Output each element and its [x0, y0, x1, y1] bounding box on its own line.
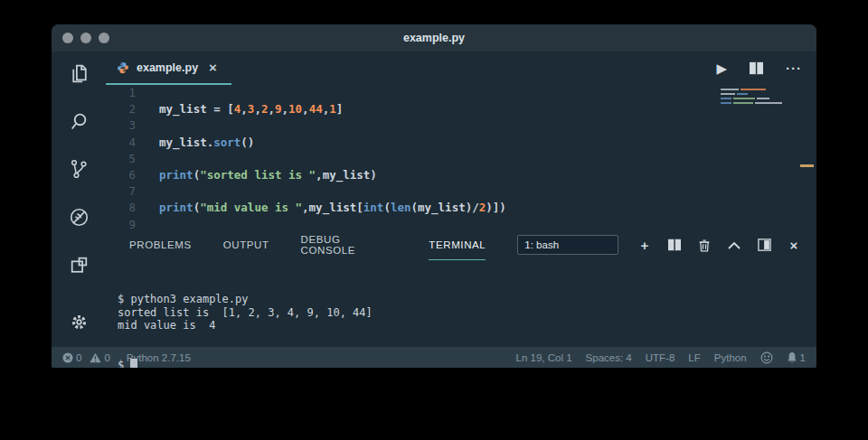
bottom-panel: PROBLEMSOUTPUTDEBUG CONSOLETERMINAL 1: b… — [106, 229, 816, 347]
line-number[interactable]: 6 — [106, 167, 136, 183]
line-number[interactable]: 4 — [106, 135, 136, 151]
line-number[interactable]: 2 — [106, 101, 136, 117]
warning-icon — [90, 352, 101, 363]
close-window-button[interactable] — [62, 33, 73, 43]
panel-tab-terminal[interactable]: TERMINAL — [429, 229, 486, 260]
terminal-line: mid value is 4 — [118, 319, 816, 332]
source-control-icon[interactable] — [66, 156, 91, 182]
close-panel-icon[interactable]: × — [786, 237, 802, 253]
window-title: example.py — [403, 32, 465, 44]
line-number[interactable]: 9 — [106, 217, 136, 233]
terminal-prompt-line: $ — [118, 359, 816, 368]
vscode-window: example.py — [52, 24, 816, 368]
gear-icon[interactable] — [66, 309, 91, 334]
code-line[interactable]: 8print("mid value is ",my_list[int(len(m… — [106, 200, 816, 216]
code-line[interactable]: 5 — [106, 151, 816, 167]
code-text — [136, 151, 159, 167]
terminal-output: $ python3 example.pysorted list is [1, 2… — [118, 293, 816, 332]
line-number[interactable]: 7 — [106, 183, 136, 200]
tab-close-icon[interactable]: × — [209, 61, 217, 74]
split-terminal-icon[interactable] — [666, 237, 683, 253]
code-line[interactable]: 1 — [106, 85, 816, 101]
terminal[interactable]: $ python3 example.pysorted list is [1, 2… — [106, 260, 816, 368]
terminal-cursor — [130, 359, 137, 368]
panel-tab-output[interactable]: OUTPUT — [223, 229, 269, 260]
title-bar: example.py — [52, 24, 816, 51]
code-line[interactable]: 9 — [106, 217, 816, 233]
search-icon[interactable] — [66, 108, 91, 134]
code-line[interactable]: 4my_list.sort() — [106, 135, 816, 151]
terminal-line: sorted list is [1, 2, 3, 4, 9, 10, 44] — [118, 306, 816, 320]
code-line[interactable]: 6print("sorted list is ",my_list) — [106, 167, 816, 183]
split-editor-icon[interactable] — [749, 61, 764, 75]
terminal-select[interactable]: 1: bash — [517, 235, 618, 255]
code-editor[interactable]: 12my_list = [4,3,2,9,10,44,1]34my_list.s… — [106, 85, 816, 229]
tab-label: example.py — [137, 61, 198, 74]
code-line[interactable]: 7 — [106, 183, 816, 200]
minimize-window-button[interactable] — [80, 33, 91, 43]
maximize-panel-icon[interactable] — [756, 237, 772, 253]
code-line[interactable]: 3 — [106, 117, 816, 134]
line-number[interactable]: 1 — [106, 85, 136, 101]
kill-terminal-icon[interactable] — [696, 237, 712, 253]
error-icon — [62, 352, 73, 363]
problems-status[interactable]: 0 0 — [62, 352, 110, 363]
line-number[interactable]: 3 — [106, 117, 136, 134]
tab-bar: example.py × ▶ ··· — [106, 51, 816, 85]
overview-ruler-mark — [800, 164, 814, 167]
extensions-icon[interactable] — [66, 252, 91, 277]
new-terminal-icon[interactable]: + — [637, 237, 653, 253]
python-file-icon — [117, 61, 129, 74]
code-lines: 12my_list = [4,3,2,9,10,44,1]34my_list.s… — [106, 85, 816, 233]
code-text: print("sorted list is ",my_list) — [136, 167, 377, 183]
dropdown-arrows-icon — [606, 239, 611, 251]
minimap[interactable] — [721, 89, 786, 107]
activity-bar — [52, 51, 106, 347]
traffic-lights — [62, 33, 109, 43]
run-file-button[interactable]: ▶ — [716, 61, 727, 77]
code-text — [136, 183, 159, 200]
code-text — [136, 117, 159, 134]
panel-tab-debug-console[interactable]: DEBUG CONSOLE — [301, 229, 398, 260]
line-number[interactable]: 5 — [106, 151, 136, 167]
debug-icon[interactable] — [66, 204, 91, 229]
more-actions-icon[interactable]: ··· — [786, 61, 802, 76]
explorer-icon[interactable] — [66, 61, 91, 86]
code-text — [136, 217, 159, 233]
terminal-select-value: 1: bash — [524, 239, 559, 250]
panel-tabs: PROBLEMSOUTPUTDEBUG CONSOLETERMINAL — [129, 229, 517, 260]
panel-header: PROBLEMSOUTPUTDEBUG CONSOLETERMINAL 1: b… — [106, 229, 816, 260]
code-text: my_list.sort() — [136, 135, 254, 151]
line-number[interactable]: 8 — [106, 200, 136, 216]
chevron-up-icon[interactable] — [726, 237, 742, 253]
code-line[interactable]: 2my_list = [4,3,2,9,10,44,1] — [106, 101, 816, 117]
code-text — [136, 85, 159, 101]
code-text: my_list = [4,3,2,9,10,44,1] — [136, 101, 343, 117]
code-text: print("mid value is ",my_list[int(len(my… — [136, 200, 506, 216]
terminal-line: $ python3 example.py — [118, 293, 816, 306]
panel-tab-problems[interactable]: PROBLEMS — [129, 229, 192, 260]
zoom-window-button[interactable] — [99, 33, 109, 43]
tab-example-py[interactable]: example.py × — [106, 51, 231, 85]
